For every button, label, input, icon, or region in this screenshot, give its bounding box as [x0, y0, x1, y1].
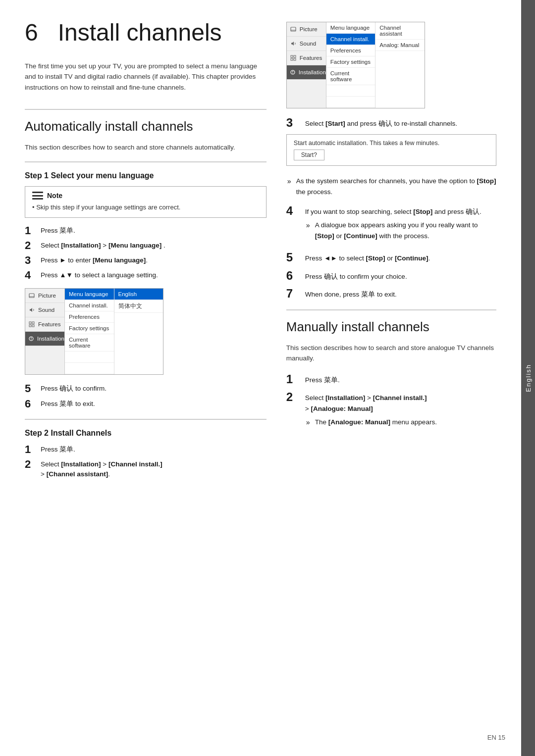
- sidebar-sound-r: Sound: [287, 37, 326, 51]
- sub-item-chinese: 简体中文: [114, 300, 163, 313]
- svg-rect-14: [294, 58, 296, 60]
- menu-item-menu-language: Menu language: [65, 289, 114, 300]
- list-item: 2 Select [Installation] > [Menu language…: [25, 240, 267, 252]
- step4-block: 4 If you want to stop searching, select …: [286, 204, 496, 247]
- left-column: 6 Install channels The first time you se…: [25, 20, 267, 486]
- bullet-list-3: The [Analogue: Manual] menu appears.: [305, 417, 496, 428]
- tv-menu-main-left: Menu language Channel install. Preferenc…: [65, 289, 163, 374]
- sound-icon-r: [290, 40, 297, 47]
- bullet-list-2: A dialogue box appears asking you if you…: [305, 220, 496, 241]
- menu-item-pref-r: Preferences: [326, 45, 375, 56]
- svg-point-8: [31, 340, 32, 341]
- bullet-list-1: As the system searches for channels, you…: [286, 176, 496, 197]
- menu-item-ml-r: Menu language: [326, 22, 375, 34]
- note-title: Note: [32, 192, 259, 200]
- manual-step2: 2 Select [Installation] > [Channel insta…: [286, 391, 496, 433]
- note-box: Note • Skip this step if your language s…: [25, 186, 267, 218]
- sub-item-english: English: [114, 289, 163, 300]
- list-item: 3 Press ► to enter [Menu language].: [25, 254, 267, 266]
- page-footer: EN 15: [487, 734, 505, 741]
- step7-block: 7 When done, press 菜单 to exit.: [286, 287, 496, 300]
- tv-menu-right: Picture Sound Features: [286, 22, 425, 108]
- note-title-text: Note: [47, 192, 62, 200]
- features-icon: [28, 321, 35, 328]
- tv-sidebar-right: Picture Sound Features: [287, 22, 326, 108]
- menu-item-blank3: [326, 85, 375, 97]
- step3-block: 3 Select [Start] and press 确认 to re-inst…: [286, 116, 496, 129]
- dialog-box: Start automatic installation. This takes…: [286, 134, 496, 166]
- menu-item-fs-r: Factory settings: [326, 56, 375, 68]
- page-number: EN 15: [487, 734, 505, 741]
- sidebar-installation-r: Installation: [287, 65, 326, 80]
- tv-menu-sub-right: Channel assistant Analog: Manual: [375, 22, 425, 108]
- svg-rect-12: [294, 55, 296, 57]
- divider-2: [25, 161, 267, 162]
- auto-install-heading: Automatically install channels: [25, 119, 267, 134]
- menu-item-factory: Factory settings: [65, 323, 114, 334]
- sidebar-installation: Installation: [25, 332, 64, 346]
- tv-sidebar-left: Picture Sound Features: [25, 289, 65, 374]
- sub-item-analog-manual: Analog: Manual: [375, 40, 425, 51]
- divider-1: [25, 109, 267, 110]
- manually-text: This section describes how to search and…: [286, 343, 496, 364]
- tv-menu-main-right: Menu language Channel install. Preferenc…: [326, 22, 425, 108]
- svg-rect-3: [32, 322, 34, 324]
- step1-heading: Step 1 Select your menu language: [25, 171, 267, 180]
- chapter-number: 6: [25, 19, 38, 46]
- note-icon: [32, 192, 43, 200]
- menu-item-blank4: [326, 97, 375, 108]
- svg-rect-0: [29, 294, 34, 298]
- menu-item-blank2: [65, 363, 114, 374]
- sidebar-features: Features: [25, 317, 64, 332]
- list-item: 1 Press 菜单.: [25, 444, 267, 455]
- step5-block: 5 Press ◄► to select [Stop] or [Continue…: [286, 251, 496, 264]
- list-item: 2 Select [Installation] > [Channel insta…: [25, 458, 267, 480]
- dialog-text: Start automatic installation. This takes…: [294, 140, 489, 147]
- tv-menu-items-right: Menu language Channel install. Preferenc…: [326, 22, 376, 108]
- auto-install-text: This section describes how to search and…: [25, 142, 267, 153]
- svg-rect-4: [29, 325, 31, 327]
- sidebar-picture-r: Picture: [287, 22, 326, 37]
- menu-item-cs-r: Current software: [326, 68, 375, 85]
- svg-rect-11: [291, 55, 293, 57]
- intro-text: The first time you set up your TV, you a…: [25, 61, 267, 93]
- tv-menu-left: Picture Sound Features: [25, 288, 163, 375]
- installation-icon: [28, 335, 34, 342]
- list-item: 1 Press 菜单.: [25, 225, 267, 237]
- list-item: 4 Press ▲▼ to select a language setting.: [25, 269, 267, 281]
- tv-menu-items-left: Menu language Channel install. Preferenc…: [65, 289, 114, 374]
- list-item: The [Analogue: Manual] menu appears.: [305, 417, 496, 428]
- menu-item-blank1: [65, 352, 114, 363]
- list-item: 6 Press 菜单 to exit.: [25, 398, 267, 410]
- tv-menu-sub-left: English 简体中文: [114, 289, 163, 374]
- chapter-title: Install channels: [58, 19, 222, 46]
- svg-rect-5: [32, 325, 34, 327]
- manually-heading: Manually install channels: [286, 319, 496, 335]
- menu-item-channel-install: Channel install.: [65, 300, 114, 311]
- menu-item-ci-r: Channel install.: [326, 34, 375, 45]
- sidebar-sound: Sound: [25, 303, 64, 317]
- divider-3: [25, 419, 267, 420]
- step6-block: 6 Press 确认 to confirm your choice.: [286, 269, 496, 282]
- sound-icon: [28, 306, 35, 313]
- right-column: Picture Sound Features: [286, 20, 496, 486]
- step1-list: 1 Press 菜单. 2 Select [Installation] > [M…: [25, 225, 267, 282]
- menu-item-current-sw: Current software: [65, 334, 114, 352]
- step2-list: 1 Press 菜单. 2 Select [Installation] > [C…: [25, 444, 267, 480]
- picture-icon-r: [290, 26, 297, 33]
- list-item: 5 Press 确认 to confirm.: [25, 383, 267, 395]
- features-icon-r: [290, 54, 297, 61]
- menu-item-preferences: Preferences: [65, 311, 114, 323]
- note-content: • Skip this step if your language settin…: [32, 202, 259, 212]
- divider-4: [286, 309, 496, 310]
- sub-item-channel-assistant: Channel assistant: [375, 22, 425, 40]
- svg-rect-9: [291, 27, 296, 31]
- list-item: As the system searches for channels, you…: [286, 176, 496, 197]
- list-item: A dialogue box appears asking you if you…: [305, 220, 496, 241]
- sidebar-features-r: Features: [287, 51, 326, 65]
- step56-list: 5 Press 确认 to confirm. 6 Press 菜单 to exi…: [25, 383, 267, 409]
- svg-rect-13: [291, 58, 293, 60]
- dialog-button: Start?: [294, 150, 324, 160]
- svg-point-17: [292, 73, 293, 74]
- svg-rect-2: [29, 322, 31, 324]
